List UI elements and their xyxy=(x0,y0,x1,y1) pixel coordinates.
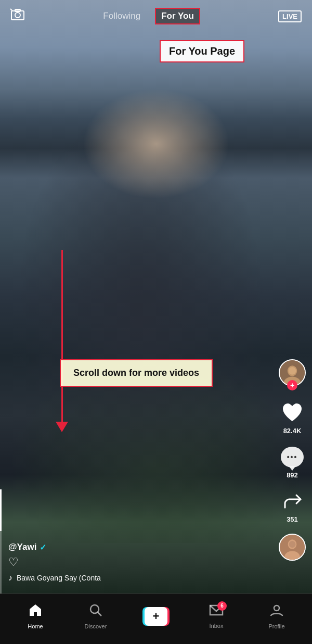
right-sidebar: + 82.4K ••• 892 351 xyxy=(279,359,306,561)
home-icon xyxy=(29,603,42,621)
scroll-annotation-text: Scroll down for more videos xyxy=(73,368,199,378)
profile-icon xyxy=(270,603,283,621)
nav-discover[interactable]: Discover xyxy=(75,603,116,629)
plus-button[interactable]: + xyxy=(142,607,170,626)
svg-point-12 xyxy=(90,605,99,613)
person-overlay xyxy=(0,31,312,543)
comment-icon: ••• xyxy=(280,445,304,469)
arrow-line xyxy=(61,250,63,422)
svg-point-11 xyxy=(289,541,296,548)
heart-icon xyxy=(280,401,304,425)
nav-home[interactable]: Home xyxy=(15,603,56,629)
share-count: 351 xyxy=(287,515,298,523)
inbox-icon-wrap: 6 xyxy=(209,604,224,620)
discover-label: Discover xyxy=(85,623,107,629)
live-button[interactable]: LIVE xyxy=(278,10,302,22)
camera-button[interactable] xyxy=(10,8,25,24)
share-icon xyxy=(280,489,304,513)
music-disc xyxy=(279,534,306,561)
plus-icon: + xyxy=(145,607,167,626)
nav-profile[interactable]: Profile xyxy=(256,603,297,629)
scroll-arrow xyxy=(56,250,68,432)
svg-point-1 xyxy=(15,12,20,18)
inbox-badge: 6 xyxy=(217,601,227,611)
username-row: @Yawi ✓ xyxy=(8,542,101,552)
top-navigation: Following For You LIVE xyxy=(0,0,312,32)
video-progress-fill xyxy=(0,489,2,531)
small-like-icon[interactable]: ♡ xyxy=(8,555,101,569)
music-note-icon: ♪ xyxy=(8,573,12,583)
inbox-label: Inbox xyxy=(210,623,224,629)
arrow-head xyxy=(56,422,68,432)
nav-center: Following For You xyxy=(103,8,200,24)
profile-label: Profile xyxy=(268,623,284,629)
creator-avatar-container[interactable]: + xyxy=(279,359,306,386)
svg-point-14 xyxy=(274,605,279,611)
like-count: 82.4K xyxy=(283,427,302,435)
follow-add-button[interactable]: + xyxy=(287,380,297,390)
music-row: ♪ Bawa Goyang Say (Conta xyxy=(8,573,101,583)
following-tab[interactable]: Following xyxy=(103,11,140,21)
home-label: Home xyxy=(28,623,43,629)
nav-plus[interactable]: + xyxy=(135,607,177,626)
nav-inbox[interactable]: 6 Inbox xyxy=(196,604,237,629)
like-action[interactable]: 82.4K xyxy=(280,401,304,435)
username-text[interactable]: @Yawi xyxy=(8,542,36,552)
scroll-annotation: Scroll down for more videos xyxy=(60,359,213,387)
svg-line-3 xyxy=(10,9,12,11)
bottom-navigation: Home Discover + 6 Inbox xyxy=(0,594,312,644)
video-progress-bar xyxy=(0,489,2,594)
music-title: Bawa Goyang Say (Conta xyxy=(17,574,101,582)
svg-point-7 xyxy=(289,367,296,375)
video-background xyxy=(0,0,312,594)
share-action[interactable]: 351 xyxy=(280,489,304,523)
verified-badge: ✓ xyxy=(40,542,46,552)
comment-count: 892 xyxy=(287,471,298,479)
for-you-page-text: For You Page xyxy=(169,45,235,57)
svg-line-13 xyxy=(98,612,101,616)
discover-icon xyxy=(89,603,102,621)
comment-action[interactable]: ••• 892 xyxy=(280,445,304,479)
for-you-page-annotation: For You Page xyxy=(160,40,244,62)
for-you-tab[interactable]: For You xyxy=(155,8,200,24)
video-info: @Yawi ✓ ♡ ♪ Bawa Goyang Say (Conta xyxy=(8,542,101,583)
